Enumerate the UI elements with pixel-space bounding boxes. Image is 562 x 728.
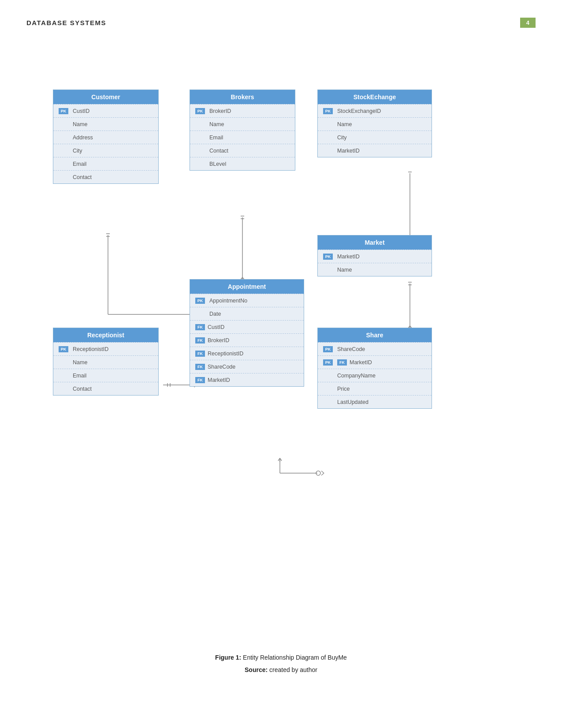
table-row: PK ShareCode [318, 342, 432, 355]
table-row: Contact [190, 144, 295, 157]
table-row: Email [53, 369, 158, 382]
fk-badge: FK [337, 359, 347, 366]
svg-point-34 [316, 471, 320, 475]
table-row: Name [53, 117, 158, 131]
fk-badge: FK [195, 364, 205, 370]
pk-badge: PK [323, 108, 333, 114]
entity-market-header: Market [318, 235, 432, 250]
table-row: Email [190, 131, 295, 144]
page-title: DATABASE SYSTEMS [26, 19, 106, 26]
figure-caption: Figure 1: Entity Relationship Diagram of… [26, 654, 536, 661]
pk-badge: PK [195, 298, 205, 304]
pk-badge: PK [59, 346, 68, 352]
table-row: Name [318, 263, 432, 276]
table-row: FK CustID [190, 320, 304, 333]
entity-appointment: Appointment PK AppointmentNo Date FK Cus… [190, 279, 304, 387]
table-row: PK CustID [53, 104, 158, 117]
table-row: Price [318, 382, 432, 395]
table-row: PK ReceptionistID [53, 342, 158, 355]
page: DATABASE SYSTEMS 4 [0, 0, 562, 728]
pk-badge: PK [195, 108, 205, 114]
entity-stockechange: StockEchange PK StockExchangeID Name Cit… [317, 90, 432, 157]
fk-badge: FK [195, 351, 205, 357]
pk-badge: PK [323, 359, 333, 366]
table-row: MarketID [318, 144, 432, 157]
svg-line-32 [280, 458, 282, 461]
entity-customer: Customer PK CustID Name Address City Ema… [53, 90, 159, 184]
table-row: CompanyName [318, 369, 432, 382]
table-row: Email [53, 157, 158, 170]
table-row: LastUpdated [318, 395, 432, 408]
table-row: PK MarketID [318, 250, 432, 263]
table-row: Date [190, 307, 304, 320]
svg-line-35 [321, 471, 324, 473]
source-label: Source: [245, 666, 268, 673]
table-row: FK ShareCode [190, 360, 304, 373]
pk-badge: PK [323, 254, 333, 260]
table-row: Name [190, 117, 295, 131]
page-header: DATABASE SYSTEMS 4 [26, 18, 536, 28]
table-row: PK FK MarketID [318, 355, 432, 369]
pk-badge: PK [59, 108, 68, 114]
table-row: BLevel [190, 157, 295, 170]
page-number: 4 [520, 18, 536, 28]
table-row: PK StockExchangeID [318, 104, 432, 117]
entity-customer-header: Customer [53, 90, 158, 104]
table-row: Contact [53, 382, 158, 395]
fk-badge: FK [195, 324, 205, 330]
figure-label: Figure 1: [215, 654, 241, 661]
table-row: Name [318, 117, 432, 131]
svg-line-36 [321, 473, 324, 475]
table-row: City [318, 131, 432, 144]
erd-diagram: Customer PK CustID Name Address City Ema… [26, 45, 536, 641]
pk-badge: PK [323, 346, 333, 352]
svg-line-31 [278, 458, 280, 461]
source-caption: Source: created by author [26, 666, 536, 673]
table-row: Address [53, 131, 158, 144]
figure-text: Entity Relationship Diagram of BuyMe [243, 654, 347, 661]
table-row: Name [53, 355, 158, 369]
entity-appointment-header: Appointment [190, 280, 304, 294]
source-text: created by author [269, 666, 317, 673]
table-row: PK BrokerID [190, 104, 295, 117]
table-row: FK BrokerID [190, 333, 304, 347]
fk-badge: FK [195, 337, 205, 343]
table-row: Contact [53, 170, 158, 183]
entity-market: Market PK MarketID Name [317, 235, 432, 276]
entity-brokers: Brokers PK BrokerID Name Email Contact B… [190, 90, 295, 171]
entity-receptionist-header: Receptionist [53, 328, 158, 342]
table-row: PK AppointmentNo [190, 294, 304, 307]
fk-badge: FK [195, 377, 205, 383]
table-row: FK ReceptionistID [190, 347, 304, 360]
table-row: City [53, 144, 158, 157]
entity-stockechange-header: StockEchange [318, 90, 432, 104]
entity-receptionist: Receptionist PK ReceptionistID Name Emai… [53, 328, 159, 396]
table-row: FK MarketID [190, 373, 304, 386]
entity-share-header: Share [318, 328, 432, 342]
entity-share: Share PK ShareCode PK FK MarketID Compan… [317, 328, 432, 409]
entity-brokers-header: Brokers [190, 90, 295, 104]
